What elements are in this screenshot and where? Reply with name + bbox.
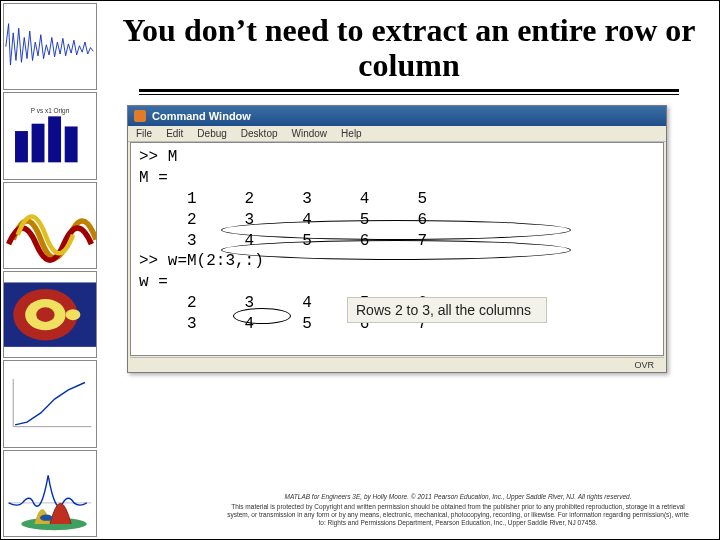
footer-line1: MATLAB for Engineers 3E, by Holly Moore.… bbox=[227, 493, 689, 501]
menu-edit[interactable]: Edit bbox=[166, 128, 183, 139]
output-line: 1 2 3 4 5 bbox=[139, 189, 655, 210]
thumb-signal bbox=[3, 3, 97, 90]
output-line: M = bbox=[139, 168, 655, 189]
window-title: Command Window bbox=[152, 110, 251, 122]
svg-rect-6 bbox=[65, 127, 78, 163]
menu-help[interactable]: Help bbox=[341, 128, 362, 139]
thumb-fractal bbox=[3, 271, 97, 358]
menu-desktop[interactable]: Desktop bbox=[241, 128, 278, 139]
svg-rect-4 bbox=[32, 124, 45, 163]
main-content: You don’t need to extract an entire row … bbox=[99, 1, 719, 539]
thumb-peaks bbox=[15, 477, 93, 535]
matlab-icon bbox=[134, 110, 146, 122]
callout-box: Rows 2 to 3, all the columns bbox=[347, 297, 547, 323]
window-menubar: File Edit Debug Desktop Window Help bbox=[128, 126, 666, 142]
thumbnail-column: P vs x1 Orign bbox=[1, 1, 99, 539]
svg-rect-3 bbox=[15, 131, 28, 162]
copyright-footer: MATLAB for Engineers 3E, by Holly Moore.… bbox=[197, 493, 719, 528]
menu-debug[interactable]: Debug bbox=[197, 128, 226, 139]
command-output[interactable]: >> M M = 1 2 3 4 5 2 3 4 5 6 3 4 5 6 7 >… bbox=[130, 142, 664, 356]
window-titlebar: Command Window bbox=[128, 106, 666, 126]
output-line: >> M bbox=[139, 147, 655, 168]
svg-point-19 bbox=[40, 515, 52, 521]
thumb-bars: P vs x1 Orign bbox=[3, 92, 97, 179]
menu-window[interactable]: Window bbox=[292, 128, 328, 139]
slide: P vs x1 Orign You don’t need to extract … bbox=[0, 0, 720, 540]
command-window: Command Window File Edit Debug Desktop W… bbox=[127, 105, 667, 373]
svg-text:P vs x1 Orign: P vs x1 Orign bbox=[31, 107, 70, 115]
output-line: w = bbox=[139, 272, 655, 293]
thumb-line bbox=[3, 360, 97, 447]
footer-line2: This material is protected by Copyright … bbox=[227, 503, 689, 527]
menu-file[interactable]: File bbox=[136, 128, 152, 139]
svg-rect-5 bbox=[48, 117, 61, 163]
svg-point-12 bbox=[66, 309, 81, 320]
slide-title: You don’t need to extract an entire row … bbox=[115, 13, 703, 83]
thumb-surface bbox=[3, 182, 97, 269]
title-underline bbox=[139, 89, 680, 95]
svg-point-11 bbox=[36, 307, 54, 322]
window-statusbar: OVR bbox=[130, 357, 664, 372]
